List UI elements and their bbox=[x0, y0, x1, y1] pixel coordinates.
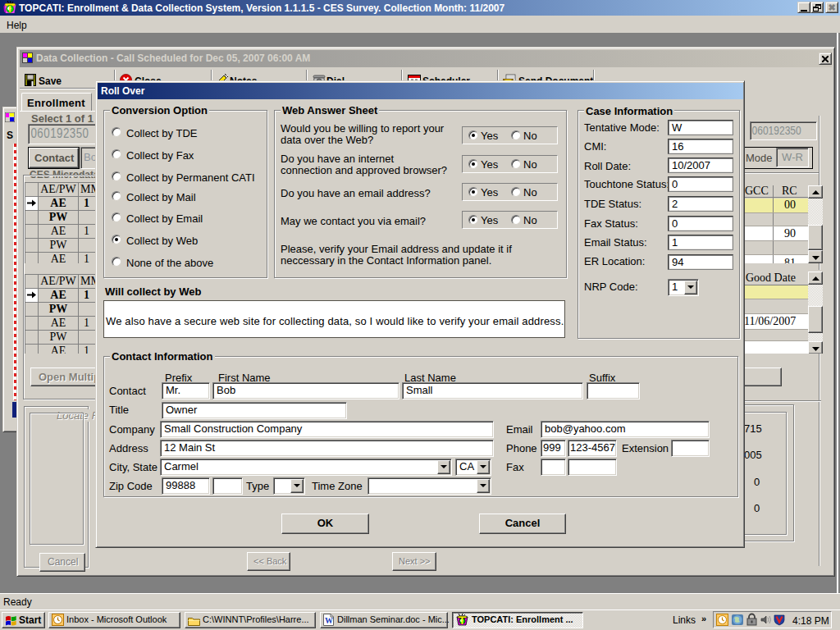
svg-text:W: W bbox=[325, 616, 333, 625]
